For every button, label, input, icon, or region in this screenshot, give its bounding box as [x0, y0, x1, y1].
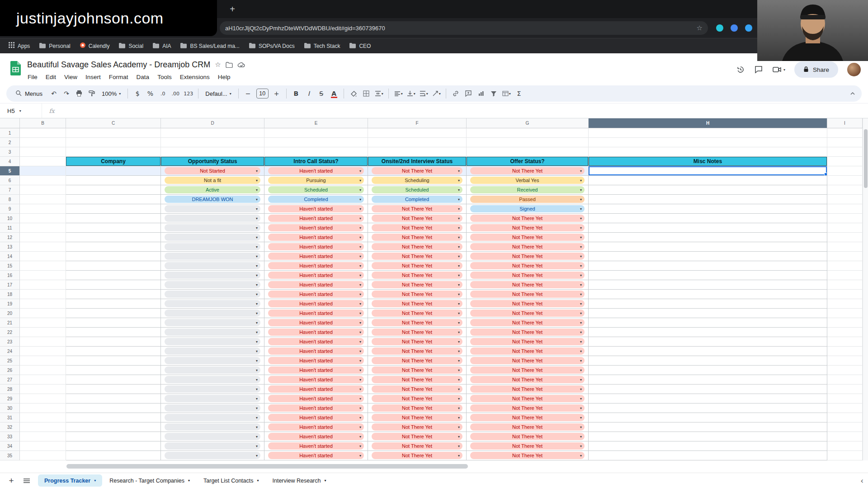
chevron-down-icon[interactable]: ▾ — [580, 254, 582, 258]
row-header-18[interactable]: 18 — [0, 290, 20, 299]
chevron-down-icon[interactable]: ▾ — [359, 368, 361, 372]
dropdown-chip[interactable]: ▾ — [165, 300, 260, 307]
dropdown-chip[interactable]: ▾ — [165, 433, 260, 440]
cell-I9[interactable] — [827, 204, 863, 214]
cell-D24[interactable]: ▾ — [161, 347, 264, 356]
dropdown-chip[interactable]: Not There Yet▾ — [470, 395, 585, 402]
chevron-down-icon[interactable]: ▾ — [256, 226, 258, 230]
cell-F25[interactable]: Not There Yet▾ — [368, 356, 467, 366]
cell-H18[interactable] — [589, 290, 827, 299]
cell-B14[interactable] — [20, 252, 66, 261]
cell-I27[interactable] — [827, 375, 863, 385]
dropdown-chip[interactable]: Not There Yet▾ — [470, 215, 585, 222]
chevron-down-icon[interactable]: ▾ — [458, 226, 460, 230]
cell-G32[interactable]: Not There Yet▾ — [467, 422, 589, 432]
dropdown-chip[interactable]: Scheduled▾ — [372, 186, 462, 193]
cell-H5[interactable] — [589, 166, 827, 176]
cell-H35[interactable] — [589, 451, 827, 460]
column-header-I[interactable]: I — [827, 118, 863, 128]
sheet-tab-menu-icon[interactable]: ▾ — [188, 479, 190, 483]
increase-font-size-button[interactable]: + — [271, 88, 283, 99]
cell-G24[interactable]: Not There Yet▾ — [467, 347, 589, 356]
cell-C10[interactable] — [66, 214, 161, 223]
dropdown-chip[interactable]: Not There Yet▾ — [470, 262, 585, 269]
row-header-28[interactable]: 28 — [0, 385, 20, 394]
currency-format-button[interactable]: $ — [132, 88, 143, 99]
chevron-down-icon[interactable]: ▾ — [580, 235, 582, 239]
name-box[interactable]: H5 ▾ — [0, 103, 42, 118]
column-header-C[interactable]: C — [66, 118, 161, 128]
menu-data[interactable]: Data — [132, 71, 154, 82]
dropdown-chip[interactable]: Haven't started▾ — [268, 224, 364, 231]
cell-F29[interactable]: Not There Yet▾ — [368, 394, 467, 404]
dropdown-chip[interactable]: Haven't started▾ — [268, 366, 364, 374]
chevron-down-icon[interactable]: ▾ — [256, 292, 258, 296]
row-header-4[interactable]: 4 — [0, 157, 20, 166]
dropdown-chip[interactable]: ▾ — [165, 205, 260, 212]
cell-F14[interactable]: Not There Yet▾ — [368, 252, 467, 261]
chevron-down-icon[interactable]: ▾ — [580, 273, 582, 277]
cell-D25[interactable]: ▾ — [161, 356, 264, 366]
cell-I19[interactable] — [827, 299, 863, 309]
bookmark-calendly[interactable]: Calendly — [75, 40, 114, 52]
cell-E14[interactable]: Haven't started▾ — [264, 252, 368, 261]
cell-C4[interactable]: Company — [66, 157, 161, 166]
document-title[interactable]: Beautiful Savage Sales Academy - Dreamjo… — [27, 60, 210, 70]
cell-C26[interactable] — [66, 366, 161, 375]
cell-E3[interactable] — [264, 147, 368, 157]
row-header-10[interactable]: 10 — [0, 214, 20, 223]
chevron-down-icon[interactable]: ▾ — [580, 397, 582, 401]
cell-F13[interactable]: Not There Yet▾ — [368, 242, 467, 252]
dropdown-chip[interactable]: Not There Yet▾ — [470, 319, 585, 326]
cell-D10[interactable]: ▾ — [161, 214, 264, 223]
cell-I16[interactable] — [827, 271, 863, 280]
chevron-down-icon[interactable]: ▾ — [458, 302, 460, 306]
cell-D23[interactable]: ▾ — [161, 337, 264, 347]
star-icon[interactable]: ☆ — [215, 61, 221, 69]
chevron-down-icon[interactable]: ▾ — [256, 340, 258, 344]
dropdown-chip[interactable]: ▾ — [165, 357, 260, 364]
bookmark-aia[interactable]: AIA — [148, 41, 175, 52]
dropdown-chip[interactable]: Not There Yet▾ — [372, 281, 462, 288]
insert-comment-button[interactable] — [462, 88, 474, 99]
cell-B35[interactable] — [20, 451, 66, 460]
dropdown-chip[interactable]: Not There Yet▾ — [372, 310, 462, 317]
dropdown-chip[interactable]: Not There Yet▾ — [470, 433, 585, 440]
cell-G3[interactable] — [467, 147, 589, 157]
cell-G7[interactable]: Received▾ — [467, 185, 589, 195]
chevron-down-icon[interactable]: ▾ — [256, 197, 258, 202]
dropdown-chip[interactable]: Not There Yet▾ — [470, 357, 585, 364]
dropdown-chip[interactable]: Haven't started▾ — [268, 376, 364, 383]
dropdown-chip[interactable]: ▾ — [165, 215, 260, 222]
dropdown-chip[interactable]: Not There Yet▾ — [470, 224, 585, 231]
dropdown-chip[interactable]: Haven't started▾ — [268, 310, 364, 317]
chevron-down-icon[interactable]: ▾ — [580, 349, 582, 353]
italic-button[interactable]: I — [303, 88, 315, 99]
dropdown-chip[interactable]: Pursuing▾ — [268, 177, 364, 184]
cell-D8[interactable]: DREAMJOB WON▾ — [161, 195, 264, 204]
chevron-down-icon[interactable]: ▾ — [359, 321, 361, 325]
chevron-down-icon[interactable]: ▾ — [580, 340, 582, 344]
cell-H19[interactable] — [589, 299, 827, 309]
cell-F18[interactable]: Not There Yet▾ — [368, 290, 467, 299]
url-bar[interactable]: aH10crJljQt2cDyPmhzDteWtVDdWDBU/edit#gid… — [220, 21, 708, 35]
cell-I24[interactable] — [827, 347, 863, 356]
dropdown-chip[interactable]: ▾ — [165, 234, 260, 241]
cell-C19[interactable] — [66, 299, 161, 309]
chevron-down-icon[interactable]: ▾ — [359, 188, 361, 192]
dropdown-chip[interactable]: Haven't started▾ — [268, 167, 364, 174]
cell-E35[interactable]: Haven't started▾ — [264, 451, 368, 460]
cell-H9[interactable] — [589, 204, 827, 214]
cell-B15[interactable] — [20, 261, 66, 271]
cell-F23[interactable]: Not There Yet▾ — [368, 337, 467, 347]
cell-C17[interactable] — [66, 280, 161, 290]
chevron-down-icon[interactable]: ▾ — [256, 330, 258, 334]
cell-G12[interactable]: Not There Yet▾ — [467, 233, 589, 242]
dropdown-chip[interactable]: Completed▾ — [268, 196, 364, 203]
cell-I35[interactable] — [827, 451, 863, 460]
dropdown-chip[interactable]: ▾ — [165, 272, 260, 279]
dropdown-chip[interactable]: ▾ — [165, 338, 260, 345]
cell-D6[interactable]: Not a fit▾ — [161, 176, 264, 185]
dropdown-chip[interactable]: Not There Yet▾ — [372, 385, 462, 393]
cell-I22[interactable] — [827, 328, 863, 337]
